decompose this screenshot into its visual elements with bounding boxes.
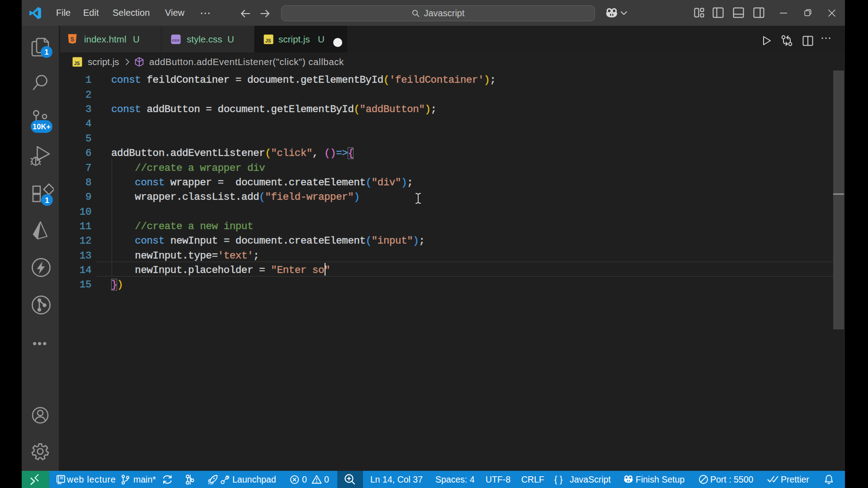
svg-text:1: 1 <box>44 48 48 56</box>
svg-text:css: css <box>172 38 179 42</box>
svg-text:JS: JS <box>265 38 271 43</box>
svg-text:JS: JS <box>74 61 80 66</box>
svg-text:10K+: 10K+ <box>33 122 51 131</box>
svg-text:5: 5 <box>71 36 74 43</box>
svg-text:1: 1 <box>45 196 49 205</box>
